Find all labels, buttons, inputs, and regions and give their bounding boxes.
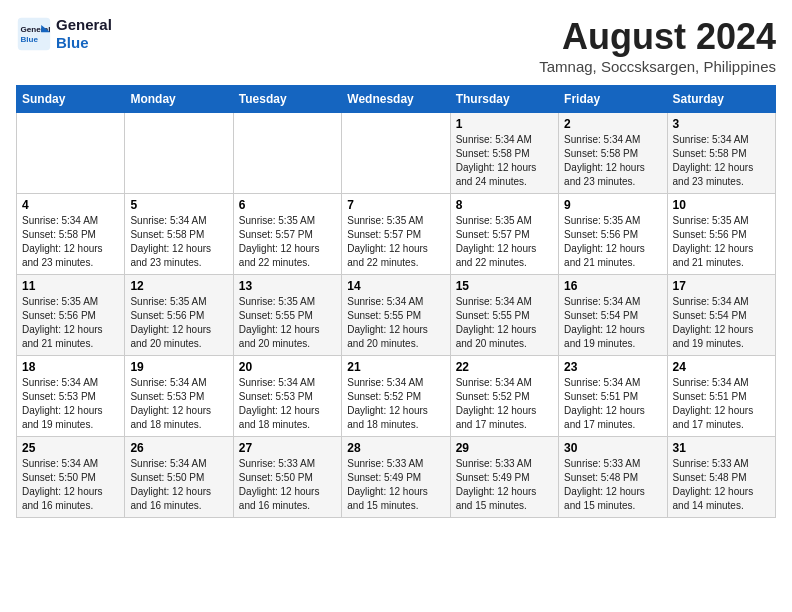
week-row-5: 25Sunrise: 5:34 AMSunset: 5:50 PMDayligh…: [17, 437, 776, 518]
day-info: Sunrise: 5:34 AMSunset: 5:58 PMDaylight:…: [456, 133, 553, 189]
day-number: 8: [456, 198, 553, 212]
calendar-cell: 16Sunrise: 5:34 AMSunset: 5:54 PMDayligh…: [559, 275, 667, 356]
calendar-cell: 6Sunrise: 5:35 AMSunset: 5:57 PMDaylight…: [233, 194, 341, 275]
day-info: Sunrise: 5:34 AMSunset: 5:58 PMDaylight:…: [564, 133, 661, 189]
calendar-cell: [125, 113, 233, 194]
calendar-cell: 31Sunrise: 5:33 AMSunset: 5:48 PMDayligh…: [667, 437, 775, 518]
weekday-header-wednesday: Wednesday: [342, 86, 450, 113]
day-info: Sunrise: 5:34 AMSunset: 5:51 PMDaylight:…: [673, 376, 770, 432]
weekday-header-monday: Monday: [125, 86, 233, 113]
day-number: 19: [130, 360, 227, 374]
day-info: Sunrise: 5:34 AMSunset: 5:55 PMDaylight:…: [347, 295, 444, 351]
calendar-table: SundayMondayTuesdayWednesdayThursdayFrid…: [16, 85, 776, 518]
calendar-cell: 8Sunrise: 5:35 AMSunset: 5:57 PMDaylight…: [450, 194, 558, 275]
svg-text:Blue: Blue: [21, 35, 39, 44]
month-title: August 2024: [539, 16, 776, 58]
day-info: Sunrise: 5:35 AMSunset: 5:57 PMDaylight:…: [239, 214, 336, 270]
calendar-cell: 14Sunrise: 5:34 AMSunset: 5:55 PMDayligh…: [342, 275, 450, 356]
weekday-header-thursday: Thursday: [450, 86, 558, 113]
day-info: Sunrise: 5:34 AMSunset: 5:52 PMDaylight:…: [347, 376, 444, 432]
calendar-cell: 20Sunrise: 5:34 AMSunset: 5:53 PMDayligh…: [233, 356, 341, 437]
day-number: 11: [22, 279, 119, 293]
day-number: 28: [347, 441, 444, 455]
calendar-cell: 19Sunrise: 5:34 AMSunset: 5:53 PMDayligh…: [125, 356, 233, 437]
calendar-cell: 23Sunrise: 5:34 AMSunset: 5:51 PMDayligh…: [559, 356, 667, 437]
day-number: 30: [564, 441, 661, 455]
day-number: 3: [673, 117, 770, 131]
day-number: 15: [456, 279, 553, 293]
calendar-cell: 18Sunrise: 5:34 AMSunset: 5:53 PMDayligh…: [17, 356, 125, 437]
week-row-4: 18Sunrise: 5:34 AMSunset: 5:53 PMDayligh…: [17, 356, 776, 437]
day-number: 26: [130, 441, 227, 455]
day-number: 29: [456, 441, 553, 455]
day-info: Sunrise: 5:34 AMSunset: 5:54 PMDaylight:…: [673, 295, 770, 351]
calendar-cell: 17Sunrise: 5:34 AMSunset: 5:54 PMDayligh…: [667, 275, 775, 356]
day-number: 1: [456, 117, 553, 131]
day-info: Sunrise: 5:35 AMSunset: 5:56 PMDaylight:…: [22, 295, 119, 351]
day-number: 22: [456, 360, 553, 374]
calendar-cell: 24Sunrise: 5:34 AMSunset: 5:51 PMDayligh…: [667, 356, 775, 437]
day-number: 7: [347, 198, 444, 212]
calendar-cell: 11Sunrise: 5:35 AMSunset: 5:56 PMDayligh…: [17, 275, 125, 356]
day-info: Sunrise: 5:34 AMSunset: 5:50 PMDaylight:…: [130, 457, 227, 513]
day-number: 27: [239, 441, 336, 455]
day-info: Sunrise: 5:34 AMSunset: 5:50 PMDaylight:…: [22, 457, 119, 513]
calendar-cell: 13Sunrise: 5:35 AMSunset: 5:55 PMDayligh…: [233, 275, 341, 356]
day-number: 14: [347, 279, 444, 293]
day-info: Sunrise: 5:35 AMSunset: 5:56 PMDaylight:…: [130, 295, 227, 351]
logo: General Blue General Blue: [16, 16, 112, 52]
weekday-header-sunday: Sunday: [17, 86, 125, 113]
day-number: 12: [130, 279, 227, 293]
day-info: Sunrise: 5:35 AMSunset: 5:57 PMDaylight:…: [347, 214, 444, 270]
day-info: Sunrise: 5:34 AMSunset: 5:54 PMDaylight:…: [564, 295, 661, 351]
calendar-cell: 2Sunrise: 5:34 AMSunset: 5:58 PMDaylight…: [559, 113, 667, 194]
day-info: Sunrise: 5:35 AMSunset: 5:57 PMDaylight:…: [456, 214, 553, 270]
day-info: Sunrise: 5:33 AMSunset: 5:48 PMDaylight:…: [564, 457, 661, 513]
day-number: 20: [239, 360, 336, 374]
location-title: Tamnag, Soccsksargen, Philippines: [539, 58, 776, 75]
day-info: Sunrise: 5:34 AMSunset: 5:53 PMDaylight:…: [22, 376, 119, 432]
day-info: Sunrise: 5:34 AMSunset: 5:55 PMDaylight:…: [456, 295, 553, 351]
day-number: 21: [347, 360, 444, 374]
weekday-header-row: SundayMondayTuesdayWednesdayThursdayFrid…: [17, 86, 776, 113]
calendar-cell: 30Sunrise: 5:33 AMSunset: 5:48 PMDayligh…: [559, 437, 667, 518]
title-area: August 2024 Tamnag, Soccsksargen, Philip…: [539, 16, 776, 75]
day-number: 25: [22, 441, 119, 455]
week-row-2: 4Sunrise: 5:34 AMSunset: 5:58 PMDaylight…: [17, 194, 776, 275]
day-number: 16: [564, 279, 661, 293]
calendar-cell: 7Sunrise: 5:35 AMSunset: 5:57 PMDaylight…: [342, 194, 450, 275]
day-number: 6: [239, 198, 336, 212]
day-info: Sunrise: 5:34 AMSunset: 5:52 PMDaylight:…: [456, 376, 553, 432]
week-row-3: 11Sunrise: 5:35 AMSunset: 5:56 PMDayligh…: [17, 275, 776, 356]
calendar-cell: 1Sunrise: 5:34 AMSunset: 5:58 PMDaylight…: [450, 113, 558, 194]
weekday-header-saturday: Saturday: [667, 86, 775, 113]
calendar-cell: 21Sunrise: 5:34 AMSunset: 5:52 PMDayligh…: [342, 356, 450, 437]
calendar-cell: 4Sunrise: 5:34 AMSunset: 5:58 PMDaylight…: [17, 194, 125, 275]
calendar-cell: 27Sunrise: 5:33 AMSunset: 5:50 PMDayligh…: [233, 437, 341, 518]
day-info: Sunrise: 5:34 AMSunset: 5:51 PMDaylight:…: [564, 376, 661, 432]
day-number: 18: [22, 360, 119, 374]
day-info: Sunrise: 5:33 AMSunset: 5:48 PMDaylight:…: [673, 457, 770, 513]
calendar-cell: 15Sunrise: 5:34 AMSunset: 5:55 PMDayligh…: [450, 275, 558, 356]
calendar-cell: 5Sunrise: 5:34 AMSunset: 5:58 PMDaylight…: [125, 194, 233, 275]
day-info: Sunrise: 5:35 AMSunset: 5:56 PMDaylight:…: [673, 214, 770, 270]
day-info: Sunrise: 5:33 AMSunset: 5:50 PMDaylight:…: [239, 457, 336, 513]
day-info: Sunrise: 5:35 AMSunset: 5:55 PMDaylight:…: [239, 295, 336, 351]
day-info: Sunrise: 5:34 AMSunset: 5:58 PMDaylight:…: [673, 133, 770, 189]
day-number: 5: [130, 198, 227, 212]
calendar-cell: 25Sunrise: 5:34 AMSunset: 5:50 PMDayligh…: [17, 437, 125, 518]
logo-icon: General Blue: [16, 16, 52, 52]
day-info: Sunrise: 5:33 AMSunset: 5:49 PMDaylight:…: [347, 457, 444, 513]
calendar-cell: 28Sunrise: 5:33 AMSunset: 5:49 PMDayligh…: [342, 437, 450, 518]
day-info: Sunrise: 5:34 AMSunset: 5:53 PMDaylight:…: [130, 376, 227, 432]
logo-text-general: General: [56, 16, 112, 34]
calendar-cell: 9Sunrise: 5:35 AMSunset: 5:56 PMDaylight…: [559, 194, 667, 275]
day-info: Sunrise: 5:35 AMSunset: 5:56 PMDaylight:…: [564, 214, 661, 270]
day-number: 31: [673, 441, 770, 455]
calendar-cell: 10Sunrise: 5:35 AMSunset: 5:56 PMDayligh…: [667, 194, 775, 275]
day-number: 4: [22, 198, 119, 212]
header: General Blue General Blue August 2024 Ta…: [16, 16, 776, 75]
week-row-1: 1Sunrise: 5:34 AMSunset: 5:58 PMDaylight…: [17, 113, 776, 194]
day-info: Sunrise: 5:34 AMSunset: 5:53 PMDaylight:…: [239, 376, 336, 432]
day-number: 9: [564, 198, 661, 212]
